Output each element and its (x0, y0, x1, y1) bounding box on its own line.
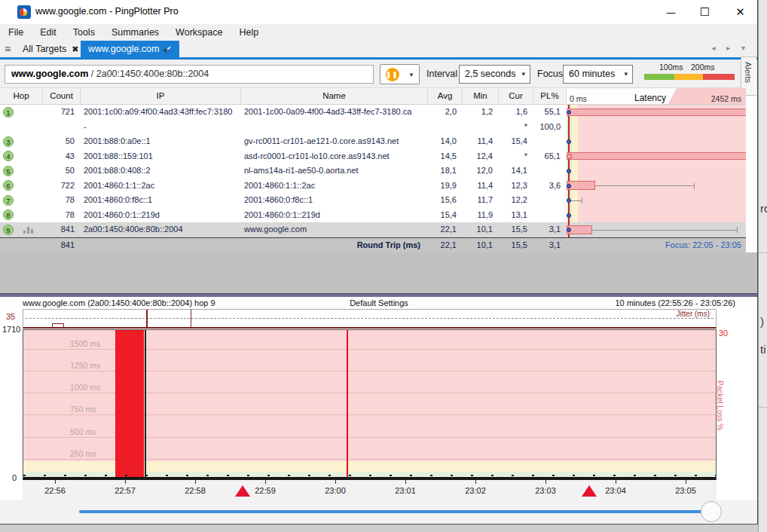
window-title: www.google.com - PingPlotter Pro (35, 6, 179, 17)
menu-item-tools[interactable]: Tools (65, 24, 103, 41)
menu-item-edit[interactable]: Edit (32, 24, 65, 41)
latency-range-bar (567, 109, 746, 116)
table-row-hop-blank[interactable]: -*100,0 (0, 120, 746, 135)
background-window-strip: ro ) ti (758, 0, 767, 532)
jitter-spike (191, 310, 192, 327)
scrollbar-track[interactable] (79, 510, 712, 513)
gridline-label: 1250 ms (70, 361, 100, 370)
avg-cell: 14,5 (428, 149, 463, 164)
menu-item-summaries[interactable]: Summaries (103, 24, 167, 41)
column-header-avg[interactable]: Avg (428, 88, 463, 104)
tab-scroll-arrows[interactable]: ◂ ▸ ▾ (711, 44, 750, 52)
alert-marker-icon[interactable] (582, 485, 597, 497)
jitter-dashed-line (26, 318, 714, 319)
name-cell: nl-ams14a-ri1-ae50-0.aorta.net (241, 164, 428, 179)
column-header-count[interactable]: Count (43, 88, 81, 104)
hop-cell: 1 (0, 105, 43, 120)
min-cell: 11,7 (463, 193, 499, 208)
interval-value: 2,5 seconds (465, 69, 515, 79)
focus-select[interactable]: 60 minutes ▾ (563, 65, 633, 84)
pl-cell: 100,0 (533, 120, 567, 135)
hop-number-badge: 5 (3, 166, 14, 176)
table-row-hop-3[interactable]: 3502001:b88:0:a0e::1gv-rc0011-cr101-ae12… (0, 134, 746, 149)
latency-max-whisker (592, 230, 737, 231)
table-row-hop-1[interactable]: 17212001:1c00:a09:4f00:4ad3:43ff:fec7:31… (0, 105, 746, 120)
column-header-cur[interactable]: Cur (499, 88, 533, 104)
close-button[interactable]: ✕ (723, 0, 757, 24)
timeline-scrollbar[interactable] (0, 500, 758, 523)
latency-graph-cell (567, 179, 746, 194)
name-cell: 2001:4860:1:1::2ac (241, 179, 428, 194)
time-label: 23:03 (535, 486, 556, 495)
pl-cell (533, 164, 567, 179)
latency-timeline-graph[interactable]: 1500 ms1250 ms1000 ms750 ms500 ms250 ms (23, 329, 717, 480)
table-row-hop-7[interactable]: 7782001:4860:0:f8c::12001:4860:0:f8c::11… (0, 193, 746, 208)
round-trip-label: Round Trip (ms) (241, 238, 428, 252)
menu-item-workspace[interactable]: Workspace (167, 24, 231, 41)
interval-select[interactable]: 2,5 seconds ▾ (459, 65, 530, 84)
pl-cell (533, 208, 567, 223)
background-text-fragment: ro (760, 202, 767, 215)
time-tick (125, 480, 126, 484)
column-header-pl[interactable]: PL% (533, 88, 567, 104)
maximize-icon: ☐ (700, 5, 710, 19)
menu-item-help[interactable]: Help (231, 24, 267, 41)
hop-number-badge: 4 (3, 151, 14, 161)
menu-item-file[interactable]: File (0, 24, 32, 41)
column-header-name[interactable]: Name (241, 88, 428, 104)
avg-cell: 18,1 (428, 164, 463, 179)
hop-cell: 8 (0, 208, 43, 223)
table-row-hop-9[interactable]: 98412a00:1450:400e:80b::2004www.google.c… (0, 222, 746, 237)
time-tick (616, 480, 616, 484)
ip-cell: 2001:b88::159:101 (81, 149, 241, 164)
selected-graph-icon (23, 227, 34, 234)
hop-cell: 3 (0, 134, 43, 149)
time-tick (195, 480, 196, 484)
latency-graph-cell (567, 134, 746, 149)
hamburger-menu-icon[interactable]: ≡ (5, 43, 11, 55)
avg-cell: 19,9 (428, 179, 463, 194)
count-cell: 50 (43, 164, 81, 179)
pl-cell: 3,6 (533, 179, 567, 194)
jitter-axis-label: Jitter (ms) (675, 310, 711, 318)
new-tab-button[interactable]: + (155, 41, 177, 57)
min-cell: 1,2 (463, 105, 499, 120)
table-row-hop-4[interactable]: 4432001:b88::159:101asd-rc0001-cr101-lo1… (0, 149, 746, 164)
pl-cell (533, 193, 567, 208)
column-header-ip[interactable]: IP (81, 88, 241, 104)
latency-max-tick (737, 227, 738, 233)
time-tick (405, 480, 406, 484)
latency-current-marker (567, 154, 572, 159)
jitter-strip[interactable]: Jitter (ms) (23, 309, 717, 329)
pause-button[interactable]: ❚❚ (380, 64, 405, 84)
time-label: 22:59 (255, 486, 276, 495)
gridline-label: 750 ms (70, 405, 96, 414)
trace-table-header: HopCountIPNameAvgMinCurPL%0 msLatency245… (0, 88, 746, 105)
maximize-button[interactable]: ☐ (688, 0, 722, 24)
alert-marker-icon[interactable] (235, 485, 250, 497)
time-label: 22:58 (185, 486, 206, 495)
cur-cell: 1,6 (499, 105, 533, 120)
table-row-hop-8[interactable]: 8782001:4860:0:1::219d2001:4860:0:1::219… (0, 208, 746, 223)
hop-number-badge: 7 (3, 195, 14, 206)
hop-number-badge: 3 (3, 136, 14, 147)
time-axis: 22:5622:5722:5822:5923:0023:0123:0223:03… (23, 480, 717, 501)
tab-close-icon[interactable]: ✖ (72, 44, 78, 54)
column-header-hop[interactable]: Hop (0, 88, 43, 104)
column-header-latency[interactable]: 0 msLatency2452 ms (567, 88, 746, 104)
latency-current-marker (567, 169, 571, 173)
pause-dropdown-button[interactable]: ▾ (404, 64, 420, 84)
table-row-hop-6[interactable]: 67222001:4860:1:1::2ac2001:4860:1:1::2ac… (0, 179, 746, 194)
title-bar[interactable]: www.google.com - PingPlotter Pro — ☐ ✕ (0, 0, 757, 24)
pl-cell (533, 134, 567, 149)
minimize-icon: — (666, 7, 676, 18)
scrollbar-handle[interactable] (701, 501, 722, 522)
minimize-button[interactable]: — (654, 0, 688, 24)
target-address-box[interactable]: www.google.com / 2a00:1450:400e:80b::200… (5, 65, 374, 84)
latency-graph-cell (567, 222, 746, 237)
time-tick (55, 480, 56, 484)
round-trip-min: 10,1 (463, 238, 499, 252)
tab-all-targets[interactable]: All Targets ✖ (15, 41, 86, 57)
table-row-hop-5[interactable]: 5502001:b88:0:408::2nl-ams14a-ri1-ae50-0… (0, 164, 746, 179)
column-header-min[interactable]: Min (463, 88, 499, 104)
